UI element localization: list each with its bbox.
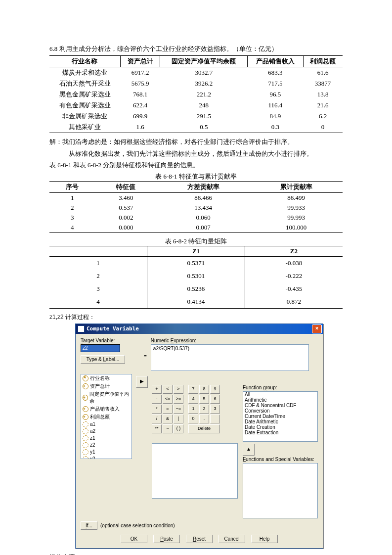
- keypad-key[interactable]: /: [152, 415, 162, 423]
- cell: 3926.2: [160, 78, 248, 89]
- cell: 683.3: [248, 67, 304, 79]
- keypad-key[interactable]: *: [152, 405, 162, 414]
- keypad-key[interactable]: 7: [188, 385, 198, 394]
- type-label-button[interactable]: Type & Label...: [81, 355, 125, 364]
- th: 累计贡献率: [250, 181, 343, 192]
- cell: 99.933: [250, 203, 343, 213]
- list-item[interactable]: z1: [81, 435, 131, 442]
- delete-button[interactable]: Delete: [188, 424, 220, 433]
- list-item[interactable]: y2: [81, 456, 131, 459]
- list-item[interactable]: z2: [81, 442, 131, 449]
- list-item[interactable]: y1: [81, 449, 131, 456]
- cell: 84.9: [248, 111, 304, 122]
- cell: 0.000: [95, 223, 157, 233]
- functions-listbox[interactable]: [243, 463, 318, 518]
- keypad-key[interactable]: 9: [210, 385, 220, 394]
- cell: 黑色金属矿采选业: [49, 89, 120, 100]
- list-item[interactable]: Conversion: [243, 408, 317, 414]
- ok-button[interactable]: OK: [121, 535, 147, 543]
- keypad-key[interactable]: |: [174, 415, 183, 423]
- cell: 0.5: [160, 122, 248, 133]
- list-item[interactable]: a2: [81, 428, 131, 435]
- keypad-key[interactable]: [210, 415, 220, 423]
- app-icon: [78, 325, 85, 332]
- keypad-key[interactable]: ~: [163, 424, 173, 433]
- list-item[interactable]: Current Date/Time: [243, 414, 317, 419]
- cell: 0.537: [95, 203, 157, 213]
- cell: 石油天然气开采业: [49, 78, 120, 89]
- cell: 116.4: [248, 100, 304, 111]
- cell: 291.5: [160, 111, 248, 122]
- list-item[interactable]: 行业名称: [81, 374, 131, 382]
- keypad-key[interactable]: >=: [174, 395, 183, 404]
- list-item[interactable]: 资产总计: [81, 382, 131, 390]
- target-variable-input[interactable]: [81, 344, 120, 352]
- help-button[interactable]: Help: [251, 535, 278, 543]
- cell: 96.5: [248, 89, 304, 100]
- cell: 1: [49, 192, 95, 203]
- close-icon[interactable]: ×: [312, 324, 322, 333]
- dialog-title: Compute Variable: [87, 325, 139, 332]
- list-item[interactable]: 固定资产净值平均余: [81, 390, 131, 405]
- cell: 非金属矿采选业: [49, 111, 120, 122]
- cell: 0: [303, 122, 343, 133]
- cell: 3032.7: [160, 67, 248, 79]
- paste-button[interactable]: Paste: [153, 535, 180, 543]
- variable-icon: [83, 395, 88, 401]
- dialog-titlebar[interactable]: Compute Variable ×: [76, 324, 323, 334]
- list-item[interactable]: 产品销售收入: [81, 405, 131, 413]
- if-button[interactable]: If...: [81, 521, 97, 530]
- table-eigenvalues: 序号 特征值 方差贡献率 累计贡献率 13.46086.46686.49920.…: [49, 181, 343, 233]
- cancel-button[interactable]: Cancel: [218, 535, 245, 543]
- keypad-key[interactable]: 2: [199, 405, 209, 414]
- keypad: +<>789-<=>=456*=~=123/&|0. **~( )Delete: [152, 385, 238, 433]
- cell: 21.6: [303, 100, 343, 111]
- keypad-key[interactable]: &: [163, 415, 173, 423]
- function-group-listbox[interactable]: AllArithmeticCDF & Noncentral CDFConvers…: [243, 391, 318, 442]
- cell: 3.460: [95, 192, 157, 203]
- cell: 1.6: [120, 122, 160, 133]
- cell: 有色金属矿采选业: [49, 100, 120, 111]
- th: 特征值: [95, 181, 157, 192]
- keypad-key[interactable]: 0: [188, 415, 198, 423]
- reset-button[interactable]: Reset: [186, 535, 213, 543]
- list-item[interactable]: CDF & Noncentral CDF: [243, 403, 317, 408]
- variable-listbox[interactable]: 行业名称资产总计固定资产净值平均余产品销售收入利润总额a1a2z1z2y1y2: [81, 374, 132, 459]
- keypad-key[interactable]: >: [174, 385, 183, 394]
- cell: 699.9: [120, 111, 160, 122]
- list-item[interactable]: 利润总额: [81, 413, 131, 421]
- move-right-button[interactable]: ▶: [136, 376, 148, 388]
- list-item[interactable]: a1: [81, 421, 131, 428]
- cell: 768.1: [120, 89, 160, 100]
- keypad-key[interactable]: 3: [210, 405, 220, 414]
- if-condition-text: (optional case selection condition): [100, 523, 175, 528]
- insert-function-button[interactable]: ▲: [243, 444, 255, 456]
- description-box: [152, 443, 238, 499]
- keypad-key[interactable]: .: [199, 415, 209, 423]
- keypad-key[interactable]: <=: [163, 395, 173, 404]
- keypad-key[interactable]: -: [152, 395, 162, 404]
- keypad-key[interactable]: 4: [188, 395, 198, 404]
- numeric-expression-label: Numeric Expression:: [151, 338, 309, 343]
- expression-textarea[interactable]: a2/SQRT(0.537): [151, 344, 309, 371]
- keypad-key[interactable]: +: [152, 385, 162, 394]
- cell: 3: [49, 213, 95, 223]
- list-item[interactable]: All: [243, 392, 317, 397]
- list-item[interactable]: Date Extraction: [243, 430, 317, 435]
- list-item[interactable]: Date Arithmetic: [243, 419, 317, 424]
- functions-special-label: Functions and Special Variables:: [243, 457, 318, 462]
- keypad-key[interactable]: **: [152, 424, 162, 433]
- keypad-key[interactable]: ( ): [174, 424, 183, 433]
- keypad-key[interactable]: ~=: [174, 405, 183, 414]
- keypad-key[interactable]: 6: [210, 395, 220, 404]
- variable-icon: [83, 414, 88, 420]
- keypad-key[interactable]: 5: [199, 395, 209, 404]
- keypad-key[interactable]: =: [163, 405, 173, 414]
- keypad-key[interactable]: 8: [199, 385, 209, 394]
- keypad-key[interactable]: 1: [188, 405, 198, 414]
- list-item[interactable]: Date Creation: [243, 424, 317, 430]
- cell: 33877: [303, 78, 343, 89]
- cell: 61.6: [303, 67, 343, 79]
- list-item[interactable]: Arithmetic: [243, 397, 317, 403]
- keypad-key[interactable]: <: [163, 385, 173, 394]
